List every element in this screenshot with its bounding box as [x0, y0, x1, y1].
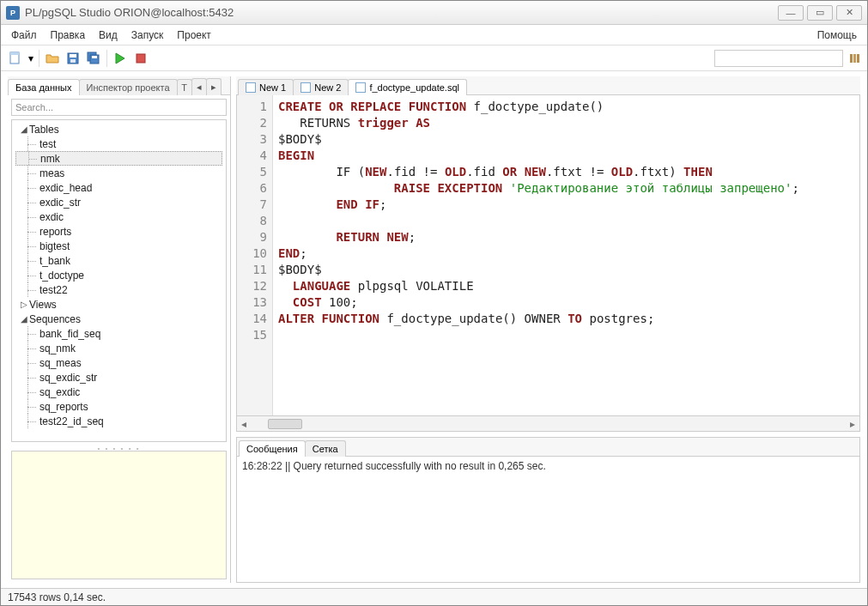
- status-text: 17543 rows 0,14 sec.: [8, 591, 106, 603]
- scroll-left-icon[interactable]: ◂: [237, 418, 251, 430]
- toolbar: ▾: [1, 45, 867, 71]
- toolbar-search-input[interactable]: [714, 50, 843, 67]
- seq-test22-id[interactable]: test22_id_seq: [15, 414, 222, 428]
- svg-rect-9: [850, 54, 853, 63]
- svg-rect-10: [853, 54, 856, 63]
- table-meas[interactable]: meas: [15, 166, 222, 180]
- seq-exdic[interactable]: sq_exdic: [15, 385, 222, 399]
- file-icon: [246, 82, 256, 93]
- table-test[interactable]: test: [15, 136, 222, 151]
- table-bigtest[interactable]: bigtest: [15, 239, 222, 253]
- tab-inspector[interactable]: Инспектор проекта: [79, 79, 178, 95]
- seq-reports[interactable]: sq_reports: [15, 399, 222, 414]
- table-nmk[interactable]: nmk: [15, 151, 222, 166]
- tree-search-input[interactable]: Search...: [11, 99, 227, 116]
- messages-content: 16:28:22 || Query returned successfully …: [237, 457, 859, 582]
- tab-scroll-right[interactable]: ▸: [206, 78, 222, 95]
- table-exdic-head[interactable]: exdic_head: [15, 180, 222, 195]
- table-exdic[interactable]: exdic: [15, 209, 222, 224]
- table-t-bank[interactable]: t_bank: [15, 253, 222, 268]
- minimize-button[interactable]: —: [778, 5, 804, 21]
- statusbar: 17543 rows 0,14 sec.: [1, 588, 867, 605]
- menu-file[interactable]: Файл: [4, 25, 44, 45]
- svg-rect-3: [70, 54, 76, 58]
- seq-nmk[interactable]: sq_nmk: [15, 341, 222, 355]
- tree-views[interactable]: ▷Views: [15, 297, 222, 312]
- code-content[interactable]: CREATE OR REPLACE FUNCTION f_doctype_upd…: [273, 95, 859, 415]
- sidebar-tabs: База данных Инспектор проекта T ◂ ▸: [8, 76, 230, 95]
- new-file-button[interactable]: [6, 49, 25, 68]
- scroll-right-icon[interactable]: ▸: [846, 418, 859, 430]
- new-file-dropdown[interactable]: ▾: [27, 49, 35, 68]
- open-button[interactable]: [43, 49, 62, 68]
- table-reports[interactable]: reports: [15, 224, 222, 239]
- editor-tabs: New 1 New 2 f_doctype_update.sql: [236, 76, 860, 95]
- sidebar: База данных Инспектор проекта T ◂ ▸ Sear…: [8, 76, 231, 583]
- menu-run[interactable]: Запуск: [124, 25, 171, 45]
- main-area: New 1 New 2 f_doctype_update.sql 1234567…: [236, 76, 860, 583]
- messages-panel: Сообщения Сетка 16:28:22 || Query return…: [236, 437, 860, 583]
- svg-rect-7: [92, 56, 97, 58]
- tree-tables[interactable]: ◢Tables: [15, 122, 222, 136]
- stop-button[interactable]: [131, 49, 150, 68]
- seq-bank-fid[interactable]: bank_fid_seq: [15, 326, 222, 341]
- maximize-button[interactable]: ▭: [807, 5, 833, 21]
- line-gutter: 123456789101112131415: [237, 95, 273, 415]
- tab-grid[interactable]: Сетка: [305, 440, 346, 457]
- svg-rect-8: [137, 54, 145, 63]
- tree-sequences[interactable]: ◢Sequences: [15, 312, 222, 326]
- tab-new2[interactable]: New 2: [293, 79, 349, 95]
- menubar: Файл Правка Вид Запуск Проект Помощь: [1, 25, 867, 45]
- save-button[interactable]: [64, 49, 82, 68]
- messages-tabs: Сообщения Сетка: [237, 438, 859, 457]
- tab-scroll-left[interactable]: ◂: [191, 78, 207, 95]
- tab-messages[interactable]: Сообщения: [239, 440, 306, 457]
- titlebar: P PL/pgSQL Studio ORION@localhost:5432 —…: [1, 1, 867, 25]
- scroll-thumb[interactable]: [268, 419, 302, 429]
- db-tree: ◢Tables test nmk meas exdic_head exdic_s…: [11, 119, 227, 442]
- menu-view[interactable]: Вид: [92, 25, 124, 45]
- tab-t[interactable]: T: [177, 79, 192, 95]
- svg-rect-11: [857, 54, 859, 63]
- sidebar-detail-panel: [11, 451, 227, 579]
- menu-edit[interactable]: Правка: [44, 25, 93, 45]
- seq-meas[interactable]: sq_meas: [15, 355, 222, 370]
- table-exdic-str[interactable]: exdic_str: [15, 195, 222, 209]
- code-editor[interactable]: 123456789101112131415 CREATE OR REPLACE …: [236, 95, 860, 416]
- save-all-button[interactable]: [84, 49, 103, 68]
- table-t-doctype[interactable]: t_doctype: [15, 268, 222, 282]
- menu-help[interactable]: Помощь: [810, 25, 864, 45]
- seq-exdic-str[interactable]: sq_exdic_str: [15, 370, 222, 385]
- file-icon: [300, 82, 311, 93]
- tab-database[interactable]: База данных: [8, 79, 80, 95]
- file-icon: [355, 82, 366, 93]
- menu-project[interactable]: Проект: [170, 25, 218, 45]
- tab-f-doctype-update[interactable]: f_doctype_update.sql: [348, 79, 467, 95]
- tab-new1[interactable]: New 1: [238, 79, 294, 95]
- run-button[interactable]: [111, 49, 130, 68]
- svg-rect-4: [70, 59, 76, 63]
- editor-hscrollbar[interactable]: ◂ ▸: [236, 416, 860, 432]
- close-button[interactable]: ✕: [836, 5, 862, 21]
- table-test22[interactable]: test22: [15, 282, 222, 297]
- svg-rect-1: [10, 52, 19, 55]
- window-title: PL/pgSQL Studio ORION@localhost:5432: [25, 6, 774, 19]
- library-icon[interactable]: [848, 52, 862, 65]
- app-icon: P: [6, 6, 20, 20]
